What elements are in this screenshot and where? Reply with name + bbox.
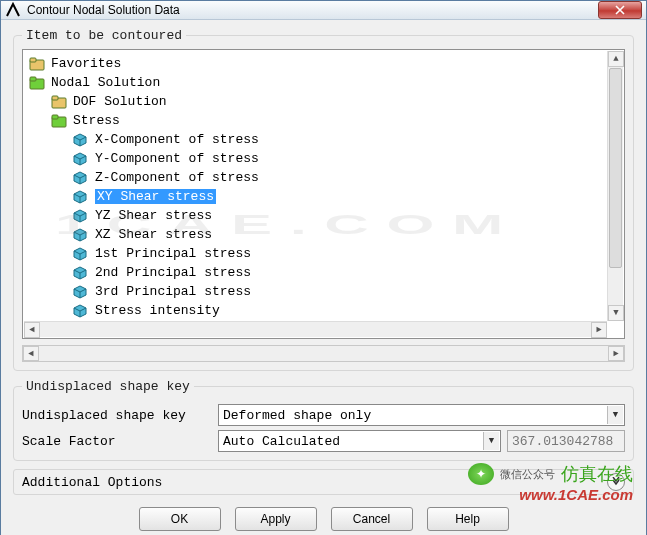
dialog-button-row: OK Apply Cancel Help	[13, 503, 634, 531]
tree-stress-item[interactable]: YZ Shear stress	[25, 206, 605, 225]
tree-stress-item-icon	[73, 152, 89, 166]
chevron-down-icon: ▼	[483, 432, 499, 450]
scroll-up-button[interactable]: ▲	[608, 51, 624, 67]
dropdown-value: Deformed shape only	[223, 408, 371, 423]
dropdown-value: Auto Calculated	[223, 434, 340, 449]
vertical-scrollbar[interactable]: ▲ ▼	[607, 51, 623, 321]
tree-favorites-icon	[29, 57, 45, 71]
shape-key-row: Undisplaced shape key Deformed shape onl…	[22, 404, 625, 426]
tree-stress-item[interactable]: Stress intensity	[25, 301, 605, 320]
tree-stress-item[interactable]: Y-Component of stress	[25, 149, 605, 168]
tree-stress-item-icon	[73, 247, 89, 261]
tree-item-label: 2nd Principal stress	[95, 265, 251, 280]
tree-item-label: Favorites	[51, 56, 121, 71]
tree-container: Favorites Nodal Solution DOF Solution St…	[22, 49, 625, 362]
shape-key-label: Undisplaced shape key	[22, 408, 212, 423]
tree-stress-item[interactable]: XY Shear stress	[25, 187, 605, 206]
tree-stress-item-icon	[73, 266, 89, 280]
expand-options-button[interactable]	[607, 473, 625, 491]
titlebar[interactable]: Contour Nodal Solution Data	[1, 1, 646, 20]
scroll-down-button[interactable]: ▼	[608, 305, 624, 321]
undisplaced-shape-group: Undisplaced shape key Undisplaced shape …	[13, 379, 634, 461]
scale-factor-row: Scale Factor Auto Calculated ▼ 367.01304…	[22, 430, 625, 452]
help-button[interactable]: Help	[427, 507, 509, 531]
tree-stress-item-icon	[73, 228, 89, 242]
apply-button[interactable]: Apply	[235, 507, 317, 531]
tree-dof-solution[interactable]: DOF Solution	[25, 92, 605, 111]
scroll-left-button[interactable]: ◄	[24, 322, 40, 338]
tree-item-label: XZ Shear stress	[95, 227, 212, 242]
additional-options-label: Additional Options	[22, 475, 162, 490]
tree-nodal-solution-icon	[29, 76, 45, 90]
scale-factor-label: Scale Factor	[22, 434, 212, 449]
scroll-right-button[interactable]: ►	[608, 346, 624, 361]
tree-stress-icon	[51, 114, 67, 128]
tree-item-label: Nodal Solution	[51, 75, 160, 90]
close-button[interactable]	[598, 1, 642, 19]
tree-item-label: DOF Solution	[73, 94, 167, 109]
tree-stress-item-icon	[73, 190, 89, 204]
svg-rect-3	[30, 77, 36, 81]
tree-stress-item-icon	[73, 133, 89, 147]
svg-rect-1	[30, 58, 36, 62]
tree-nodal-solution[interactable]: Nodal Solution	[25, 73, 605, 92]
chevron-down-icon: ▼	[607, 406, 623, 424]
tree-item-label: XY Shear stress	[95, 189, 216, 204]
svg-rect-7	[52, 115, 58, 119]
dialog-content: Item to be contoured Favorites Nodal Sol…	[1, 20, 646, 535]
tree-stress-item[interactable]: 3rd Principal stress	[25, 282, 605, 301]
group-legend: Undisplaced shape key	[22, 379, 194, 394]
tree-stress[interactable]: Stress	[25, 111, 605, 130]
tree-item-label: YZ Shear stress	[95, 208, 212, 223]
scale-factor-value: 367.013042788	[507, 430, 625, 452]
group-legend: Item to be contoured	[22, 28, 186, 43]
tree-item-label: 3rd Principal stress	[95, 284, 251, 299]
tree-stress-item-icon	[73, 285, 89, 299]
scroll-thumb[interactable]	[609, 68, 622, 268]
item-to-be-contoured-group: Item to be contoured Favorites Nodal Sol…	[13, 28, 634, 371]
additional-options-row[interactable]: Additional Options	[13, 469, 634, 495]
ok-button[interactable]: OK	[139, 507, 221, 531]
scroll-right-button[interactable]: ►	[591, 322, 607, 338]
cancel-button[interactable]: Cancel	[331, 507, 413, 531]
window-title: Contour Nodal Solution Data	[27, 3, 598, 17]
tree-stress-item[interactable]: XZ Shear stress	[25, 225, 605, 244]
app-icon	[5, 2, 21, 18]
tree-item-label: 1st Principal stress	[95, 246, 251, 261]
tree-item-label: Stress intensity	[95, 303, 220, 318]
tree-item-label: Stress	[73, 113, 120, 128]
tree-item-label: Z-Component of stress	[95, 170, 259, 185]
tree-stress-item[interactable]: X-Component of stress	[25, 130, 605, 149]
tree-stress-item-icon	[73, 304, 89, 318]
scale-factor-dropdown[interactable]: Auto Calculated ▼	[218, 430, 501, 452]
dialog-window: Contour Nodal Solution Data Item to be c…	[0, 0, 647, 535]
tree-stress-item[interactable]: Z-Component of stress	[25, 168, 605, 187]
tree-dof-solution-icon	[51, 95, 67, 109]
tree-item-label: X-Component of stress	[95, 132, 259, 147]
tree-stress-item-icon	[73, 171, 89, 185]
horizontal-scrollbar-outer[interactable]: ◄ ►	[22, 345, 625, 362]
horizontal-scrollbar-inner[interactable]: ◄ ►	[24, 321, 607, 337]
tree-stress-item[interactable]: 1st Principal stress	[25, 244, 605, 263]
tree-view[interactable]: Favorites Nodal Solution DOF Solution St…	[22, 49, 625, 339]
svg-rect-5	[52, 96, 58, 100]
shape-key-dropdown[interactable]: Deformed shape only ▼	[218, 404, 625, 426]
tree-stress-item-icon	[73, 209, 89, 223]
scroll-left-button[interactable]: ◄	[23, 346, 39, 361]
tree-item-label: Y-Component of stress	[95, 151, 259, 166]
tree-stress-item[interactable]: 2nd Principal stress	[25, 263, 605, 282]
tree-favorites[interactable]: Favorites	[25, 54, 605, 73]
